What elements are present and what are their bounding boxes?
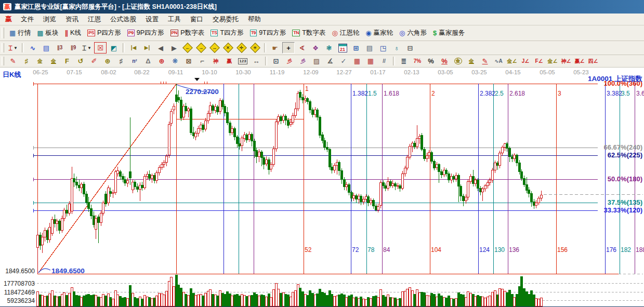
gold-line2-tool-button[interactable]: 金	[47, 56, 60, 67]
si-angle-tool-button[interactable]: 四∠	[587, 56, 599, 67]
menu-app-icon[interactable]: 赢	[1, 15, 16, 24]
angle-lines-tool-button[interactable]: ∡	[324, 56, 336, 67]
calendar-tool-button[interactable]: 21	[336, 42, 349, 54]
bracket-tool-button[interactable]: ⌐	[196, 56, 208, 67]
expand-diamond-button[interactable]: ↔	[208, 42, 221, 54]
gold-line-tool-button[interactable]: 金	[34, 56, 46, 67]
candle-style-dropdown-button[interactable]: ⌶▼	[81, 42, 93, 54]
web-tool-button[interactable]: ♁	[390, 42, 403, 54]
p-square-button[interactable]: PSP四方形	[84, 25, 124, 40]
color-flag-tool-button[interactable]: ◩	[108, 42, 120, 54]
menu-item-formula-stock-pick[interactable]: 公式选股	[106, 14, 141, 25]
pen2-tool-button[interactable]: ✐	[88, 56, 100, 67]
sectors-button[interactable]: ▩板块	[34, 25, 61, 40]
f-angle-tool-button[interactable]: F∠	[533, 56, 545, 67]
crosshair-tool-button[interactable]: +	[282, 42, 295, 54]
percent-7-tool-button[interactable]: 7%	[411, 56, 424, 67]
next-bar-button[interactable]: ▶	[168, 42, 180, 54]
menu-item-gann[interactable]: 江恩	[83, 14, 106, 25]
quotes-button[interactable]: ▦行情	[6, 25, 34, 40]
wave-check-tool-button[interactable]: ✓	[337, 56, 350, 67]
circle-cross-tool-button[interactable]: ⊕	[101, 56, 114, 67]
grid-red2-tool-button[interactable]: ▦	[364, 56, 377, 67]
calculator-tool-button[interactable]: ⊞	[350, 42, 362, 54]
9p-square-button[interactable]: P99P四方形	[124, 25, 167, 40]
spiral-line-tool-button[interactable]: ↺	[74, 56, 87, 67]
target-circle-tool-button[interactable]: ⊕	[155, 56, 168, 67]
f-line-tool-button[interactable]: F	[61, 56, 73, 67]
percent-tool-button[interactable]: %	[425, 56, 437, 67]
hatch-diag-tool-button[interactable]: //	[378, 56, 390, 67]
ying-tool-button[interactable]: 赢	[223, 56, 235, 67]
winner-service-button[interactable]: $赢家服务	[430, 25, 468, 40]
print-tool-button[interactable]: ⊟	[404, 42, 416, 54]
menu-item-tools[interactable]: 工具	[163, 14, 186, 25]
kline-button[interactable]: ∥K线	[62, 25, 84, 40]
trend-curve-tool-button[interactable]: ∿	[27, 42, 39, 54]
period-dropdown-button[interactable]: ⌶▼	[7, 42, 19, 54]
shen-tool-button[interactable]: 神	[209, 56, 222, 67]
menu-item-window[interactable]: 窗口	[186, 14, 208, 25]
menu-item-settings[interactable]: 设置	[141, 14, 163, 25]
j-angle-tool-button[interactable]: J∠	[519, 56, 532, 67]
info-panel-tool-button[interactable]: ▤	[40, 42, 52, 54]
hand-tool-button[interactable]: ☛	[269, 42, 281, 54]
wave-x-tool-icon: ☒	[97, 45, 103, 51]
winner-wheel-button[interactable]: ◉赢家轮	[362, 25, 396, 40]
compress-diamond-button[interactable]: ✕	[222, 42, 234, 54]
angle-a-tool-button[interactable]: Δ	[142, 56, 154, 67]
percent-under-tool-button[interactable]: %	[438, 56, 451, 67]
web-square-tool-button[interactable]: ⊠	[182, 56, 195, 67]
kline-chart-canvas[interactable]: 06-2507-1508-0208-2209-1110-1010-3011-19…	[0, 68, 644, 307]
fan-purple-tool-button[interactable]: 彡	[297, 56, 309, 67]
t-number-table-button[interactable]: TNT数字表	[289, 25, 328, 40]
menu-item-news[interactable]: 资讯	[61, 14, 83, 25]
ying-angle-tool-button[interactable]: 赢∠	[573, 56, 586, 67]
box-select-tool-button[interactable]: ⊡	[270, 56, 282, 67]
wave-a-tool-button[interactable]: ∿A	[492, 56, 505, 67]
prev-bar-button[interactable]: ◀	[154, 42, 167, 54]
p-number-table-button[interactable]: PNP数字表	[167, 25, 207, 40]
menu-item-trade-entrust[interactable]: 交易委托	[208, 14, 243, 25]
menu-item-browse[interactable]: 浏览	[38, 14, 61, 25]
hexagon-button[interactable]: ◎六角形	[396, 25, 430, 40]
percent-tool-icon: %	[428, 58, 434, 64]
notes-tool-button[interactable]: ▤	[363, 42, 376, 54]
hash-lines-tool-button[interactable]: ♯	[115, 56, 127, 67]
menu-item-file[interactable]: 文件	[16, 14, 38, 25]
n-squared-tool-button[interactable]: n²	[128, 56, 141, 67]
gann-wheel-small-tool-button[interactable]: ❖	[309, 42, 322, 54]
last-page-button[interactable]: ▶|	[141, 42, 153, 54]
line-grid-tool-button[interactable]: ♯	[20, 56, 33, 67]
box-hatch-tool-button[interactable]: ▨	[310, 56, 323, 67]
width-arrows-tool-button[interactable]: ↔	[250, 56, 262, 67]
gold-angle0-tool-button[interactable]: 金∠	[506, 56, 518, 67]
gold-circle-tool-button[interactable]: 金	[452, 56, 464, 67]
shift-right-diamond-button[interactable]: →	[195, 42, 207, 54]
web-circle-tool-button[interactable]: ❋	[169, 56, 181, 67]
t-square-button[interactable]: TST四方形	[207, 25, 247, 40]
save-tool-button[interactable]: ◳	[377, 42, 389, 54]
ruler-123-tool-button[interactable]: 123	[236, 56, 249, 67]
first-page-button[interactable]: |◀	[127, 42, 140, 54]
gann-wheel-button[interactable]: ◎江恩轮	[328, 25, 362, 40]
shift-left-diamond-button[interactable]: ←	[181, 42, 194, 54]
fit-diamond-button[interactable]: ✳	[249, 42, 261, 54]
bars-9-tool-button[interactable]: ∥9	[67, 42, 80, 54]
cross-arrows-diamond-button[interactable]: ✛	[235, 42, 248, 54]
gold-angle-tool-button[interactable]: 金∠	[546, 56, 559, 67]
chart-area[interactable]: 06-2507-1508-0208-2209-1110-1010-3011-19…	[0, 68, 644, 307]
shen-angle-tool-button[interactable]: 神∠	[560, 56, 572, 67]
spiral-tool-button[interactable]: ❃	[323, 42, 335, 54]
wave-x-tool-button[interactable]: ☒	[94, 42, 107, 54]
bars-3-tool-button[interactable]: ∥3	[54, 42, 66, 54]
menu-item-help[interactable]: 帮助	[243, 14, 266, 25]
pen-tool-button[interactable]: ✎	[7, 56, 19, 67]
pen-ruler-tool-button[interactable]: ✎	[479, 56, 491, 67]
grid-red-tool-button[interactable]: ▦	[351, 56, 363, 67]
scale-bar-tool-button[interactable]: ≣	[398, 56, 410, 67]
angle-measure-tool-button[interactable]: ∢	[296, 42, 308, 54]
gold-under-tool-button[interactable]: 金	[465, 56, 478, 67]
9t-square-button[interactable]: T99T四方形	[247, 25, 290, 40]
fan-red-tool-button[interactable]: 彡	[283, 56, 296, 67]
